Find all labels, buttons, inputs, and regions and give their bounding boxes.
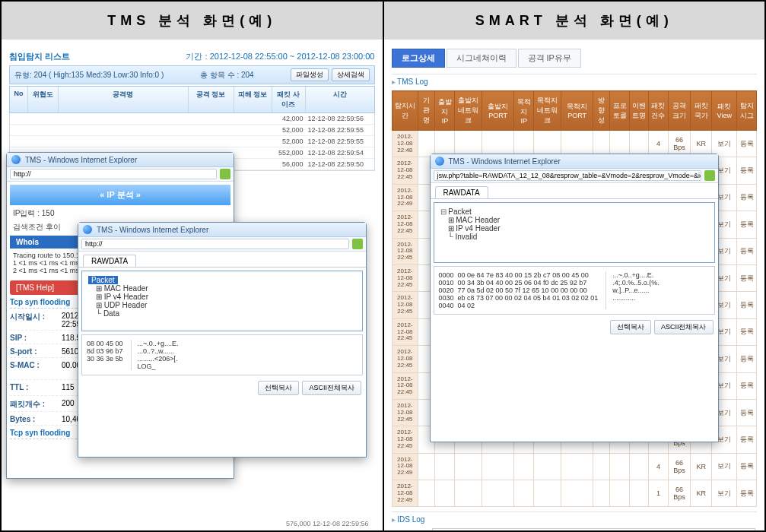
- register-link[interactable]: 등록: [737, 399, 757, 426]
- tms-total: 총 항목 수 : 204: [200, 70, 254, 81]
- file-create-button[interactable]: 파일생성: [291, 68, 329, 81]
- register-link[interactable]: 등록: [737, 238, 757, 264]
- register-link[interactable]: 등록: [737, 157, 757, 184]
- register-link[interactable]: 등록: [737, 292, 757, 318]
- ie2-url[interactable]: http://: [81, 239, 349, 249]
- ie-icon: [83, 225, 92, 234]
- hex-dump: 0000 00 0e 84 7e 83 40 00 15 2b c7 08 00…: [434, 266, 715, 315]
- ip-input[interactable]: 150: [42, 209, 55, 217]
- sel-copy-button[interactable]: 선택복사: [258, 381, 299, 395]
- register-link[interactable]: 등록: [737, 480, 757, 507]
- table-row[interactable]: 2012-12-0822:49166 BpsKR보기등록: [392, 480, 757, 507]
- tab-logdetail[interactable]: 로그상세: [392, 49, 445, 68]
- tms-period: 기간 : 2012-12-08 22:55:00 ~ 2012-12-08 23…: [186, 51, 374, 62]
- view-link[interactable]: 보기: [711, 453, 736, 480]
- ie-window-rawdata[interactable]: TMS - Windows Internet Explorer http:// …: [78, 222, 367, 458]
- register-link[interactable]: 등록: [737, 318, 757, 345]
- ie1-title-bar[interactable]: TMS - Windows Internet Explorer: [7, 153, 234, 167]
- sel-copy-button[interactable]: 선택복사: [610, 320, 651, 334]
- view-link[interactable]: 보기: [711, 480, 736, 507]
- rawdata-tab[interactable]: RAWDATA: [83, 255, 136, 267]
- register-link[interactable]: 등록: [737, 184, 757, 211]
- rawdata-tab[interactable]: RAWDATA: [435, 186, 488, 198]
- table-row[interactable]: 52,00012-12-08 22:59:55: [10, 136, 374, 147]
- tms-grid-header: No 위협도 공격명 공격 정보 피해 정보 패킷 사이즈 시간: [9, 86, 375, 113]
- hex-dump: 08 00 45 00 8d 03 96 b7 30 36 3e 5b ...~…: [81, 334, 363, 375]
- tmslog-label: TMS Log: [392, 74, 758, 86]
- ie-icon: [11, 155, 21, 164]
- register-link[interactable]: 등록: [737, 453, 757, 480]
- exception-input[interactable]: [432, 528, 755, 530]
- register-link[interactable]: 등록: [737, 131, 757, 157]
- register-link[interactable]: 등록: [737, 372, 757, 399]
- tms-pane: 침입탐지 리스트 기간 : 2012-12-08 22:55:00 ~ 2012…: [2, 40, 384, 530]
- header-left: TMS 분석 화면(예): [2, 2, 384, 40]
- footer-bytes: 576,000 12-12-08 22:59:56: [286, 520, 369, 527]
- header-row: TMS 분석 화면(예) SMART 분석 화면(예): [2, 2, 764, 40]
- table-row[interactable]: 2012-12-0822:49466 BpsKR보기등록: [392, 453, 757, 480]
- tab-attackip[interactable]: 공격 IP유무: [518, 49, 581, 68]
- tms-counts: 유형: 204 ( High:135 Med:39 Low:30 Info:0 …: [14, 70, 164, 81]
- ie1-url[interactable]: http://: [10, 169, 217, 179]
- ie3-title-bar[interactable]: TMS - Windows Internet Explorer: [431, 154, 718, 169]
- packet-tree[interactable]: Packet ⊞ MAC Header ⊞ IP v4 Header ⊞ UDP…: [81, 271, 363, 331]
- go-icon[interactable]: [352, 239, 363, 249]
- ie-window-smart-rawdata[interactable]: TMS - Windows Internet Explorer jsw.php?…: [430, 154, 719, 442]
- register-link[interactable]: 등록: [737, 426, 757, 453]
- table-row[interactable]: 42,00012-12-08 22:59:56: [10, 113, 374, 125]
- exception-label: Exception: [393, 530, 427, 530]
- go-icon[interactable]: [220, 169, 230, 179]
- smart-tabbar: 로그상세 시그네쳐이력 공격 IP유무: [392, 49, 758, 68]
- table-row[interactable]: 52,00012-12-08 22:59:55: [10, 125, 374, 136]
- idslog-label: IDS Log: [392, 511, 758, 524]
- smart-pane: 로그상세 시그네쳐이력 공격 IP유무 TMS Log 탐지시간기관명출발지 I…: [384, 40, 765, 530]
- register-link[interactable]: 등록: [737, 264, 757, 291]
- ip-search-cond[interactable]: 후이: [46, 223, 61, 231]
- ie2-title-bar[interactable]: TMS - Windows Internet Explorer: [78, 223, 366, 237]
- go-icon[interactable]: [704, 170, 715, 181]
- register-link[interactable]: 등록: [737, 211, 757, 238]
- packet-tree[interactable]: ⊟ Packet ⊞ MAC Header ⊞ IP v4 Header └ I…: [434, 202, 715, 263]
- tab-sighistory[interactable]: 시그네쳐이력: [447, 49, 516, 68]
- ie3-url[interactable]: jsw.php?table=RAWDATA_12_12_08&resprow_t…: [434, 170, 701, 181]
- ip-analysis-banner: « IP 분석 »: [10, 185, 230, 205]
- ie-icon: [435, 157, 444, 166]
- ascii-copy-button[interactable]: ASCII전체복사: [654, 320, 714, 334]
- ascii-copy-button[interactable]: ASCII전체복사: [302, 381, 361, 395]
- header-right: SMART 분석 화면(예): [384, 2, 765, 40]
- register-link[interactable]: 등록: [737, 346, 757, 372]
- detail-search-button[interactable]: 상세검색: [332, 68, 370, 81]
- tms-list-title: 침입탐지 리스트: [9, 51, 70, 62]
